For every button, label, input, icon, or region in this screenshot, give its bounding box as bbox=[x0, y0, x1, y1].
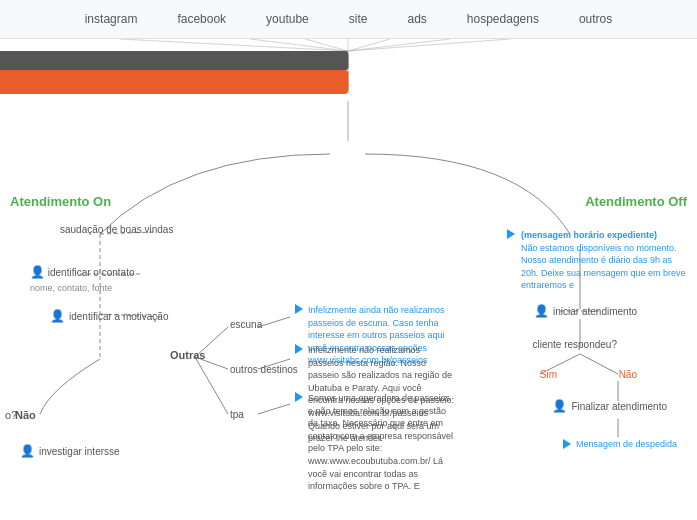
nao-right-node: Não bbox=[619, 369, 637, 380]
person-icon: 👤 bbox=[30, 264, 45, 281]
nao-left-node: Não bbox=[15, 409, 36, 421]
svg-line-6 bbox=[348, 39, 510, 51]
outras-node: Outras bbox=[170, 349, 205, 361]
nav-facebook[interactable]: facebook bbox=[177, 12, 226, 26]
nav-youtube[interactable]: youtube bbox=[266, 12, 309, 26]
msg-horario-title: (mensagem horário expediente) bbox=[521, 229, 687, 242]
atendimento-on-label: Atendimento On bbox=[10, 194, 111, 209]
svg-line-5 bbox=[348, 39, 450, 51]
contato-subtext: nome, contato, fonte bbox=[30, 283, 112, 293]
play-icon-escuna bbox=[295, 304, 303, 314]
aprendizado-node: Aprendizado e descoberta bbox=[0, 51, 349, 70]
svg-line-24 bbox=[580, 354, 618, 374]
nav-ads[interactable]: ads bbox=[407, 12, 426, 26]
nav-site[interactable]: site bbox=[349, 12, 368, 26]
top-navigation: instagram facebook youtube site ads hosp… bbox=[0, 0, 697, 39]
tpa-node: tpa bbox=[230, 409, 244, 420]
mindmap-diagram: 1. Atrair Aprendizado e descoberta Visit… bbox=[0, 39, 697, 490]
play-icon-despedir bbox=[563, 439, 571, 449]
msg-despedir-node: Mensagem de despedida bbox=[563, 439, 677, 449]
cliente-respondeu-node: cliente respondeu? bbox=[532, 339, 617, 350]
visitante-node[interactable]: Visitante bbox=[0, 70, 349, 94]
atendimento-off-label: Atendimento Off bbox=[585, 194, 687, 209]
svg-line-4 bbox=[348, 39, 390, 51]
nav-instagram[interactable]: instagram bbox=[85, 12, 138, 26]
investigar-node: 👤 investigar intersse bbox=[20, 444, 120, 458]
identificar-contato-node: 👤 identificar o contato nome, contato, f… bbox=[30, 264, 135, 295]
outros-destinos-node: outros destinos bbox=[230, 364, 298, 375]
person-icon-3: 👤 bbox=[534, 304, 549, 318]
person-icon-4: 👤 bbox=[552, 399, 567, 413]
nav-outros[interactable]: outros bbox=[579, 12, 612, 26]
play-icon-tpa bbox=[295, 392, 303, 402]
svg-line-19 bbox=[258, 404, 290, 414]
msg-horario-text: Não estamos disponíveis no momento. Noss… bbox=[521, 242, 687, 292]
tpa-text-bubble: Somos uma operadora de passeios e não te… bbox=[295, 392, 455, 490]
sim-node: Sim bbox=[540, 369, 557, 380]
finalizar-node: 👤 Finalizar atendimento bbox=[552, 399, 667, 413]
play-icon-outros bbox=[295, 344, 303, 354]
msg-horario-node: (mensagem horário expediente) Não estamo… bbox=[507, 229, 687, 292]
atrair-node: 1. Atrair bbox=[0, 39, 349, 51]
saudacao-node: saudação de boas vindas bbox=[60, 224, 173, 235]
svg-line-16 bbox=[195, 357, 228, 414]
nav-hospedagens[interactable]: hospedagens bbox=[467, 12, 539, 26]
q-node: o? bbox=[5, 409, 17, 421]
svg-line-17 bbox=[258, 317, 290, 327]
person-icon-5: 👤 bbox=[20, 444, 35, 458]
escuna-node: escuna bbox=[230, 319, 262, 330]
identificar-motivacao-node: 👤 identificar a motivação bbox=[50, 309, 169, 323]
person-icon-2: 👤 bbox=[50, 309, 65, 323]
iniciar-atendimento-node: 👤 iniciar atendimento bbox=[534, 304, 637, 318]
play-icon-horario bbox=[507, 229, 515, 239]
